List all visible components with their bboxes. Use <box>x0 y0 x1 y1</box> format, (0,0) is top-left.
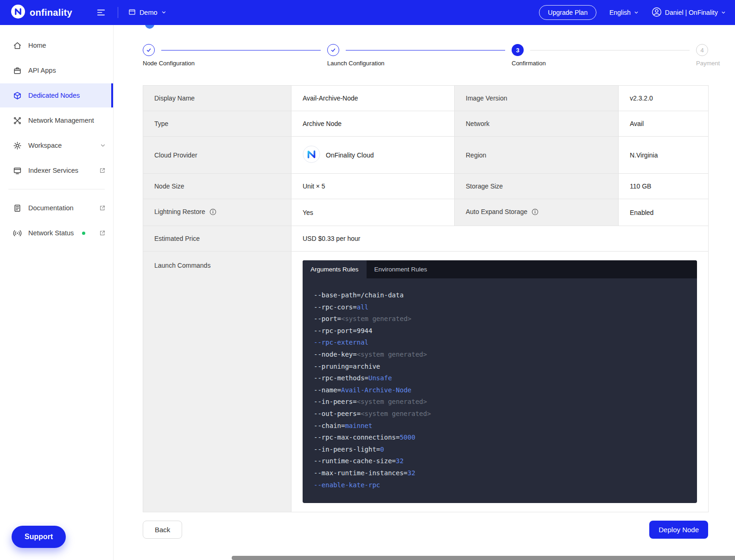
sidebar-item-label: Documentation <box>28 204 74 212</box>
step-label: Payment <box>696 60 720 67</box>
sidebar-collapse-icon[interactable] <box>96 8 106 17</box>
summary-label: Storage Size <box>466 182 503 190</box>
external-link-icon <box>99 230 106 236</box>
horizontal-scrollbar-thumb[interactable] <box>232 556 735 560</box>
summary-value-cell: OnFinality Cloud <box>291 137 455 174</box>
step-label: Launch Configuration <box>327 60 385 67</box>
sidebar-item-documentation[interactable]: Documentation <box>0 196 113 220</box>
upgrade-plan-button[interactable]: Upgrade Plan <box>539 5 596 20</box>
code-line: --base-path=/chain-data <box>314 289 686 302</box>
sidebar-item-label: API Apps <box>28 67 56 74</box>
summary-value: N.Virginia <box>630 151 658 159</box>
onfinality-logo[interactable]: onfinality <box>11 5 72 20</box>
summary-label-cell: Launch Commands <box>143 252 291 512</box>
sidebar-item-label: Home <box>28 42 46 49</box>
launch-commands-row: Launch Commands Arguments Rules Environm… <box>143 252 709 512</box>
step-node-configuration[interactable]: Node Configuration <box>143 44 155 56</box>
step-connector <box>346 50 505 50</box>
external-link-icon <box>99 205 106 211</box>
onfinality-cloud-logo <box>303 145 320 164</box>
step-label: Confirmation <box>512 60 546 67</box>
wizard-footer: Back Deploy Node <box>143 521 708 539</box>
summary-row: Lightning RestoreYesAuto Expand StorageE… <box>143 199 709 226</box>
sidebar-item-network-management[interactable]: Network Management <box>0 108 113 132</box>
summary-row: Cloud ProviderOnFinality CloudRegionN.Vi… <box>143 137 709 174</box>
language-label: English <box>609 9 631 16</box>
step-check-icon <box>327 44 339 56</box>
sidebar: HomeAPI AppsDedicated NodesNetwork Manag… <box>0 25 114 560</box>
sidebar-item-home[interactable]: Home <box>0 33 113 57</box>
summary-label: Launch Commands <box>154 262 210 269</box>
network-status-icon <box>13 229 22 238</box>
sidebar-item-indexer-services[interactable]: Indexer Services <box>0 158 113 182</box>
summary-value-cell: 110 GB <box>619 174 709 199</box>
sidebar-item-label: Network Management <box>28 117 94 124</box>
network-management-icon <box>13 116 22 125</box>
workspace-selector[interactable]: Demo <box>128 8 166 17</box>
step-confirmation[interactable]: 3Confirmation <box>512 44 524 56</box>
home-icon <box>13 41 22 50</box>
status-dot <box>82 232 85 235</box>
back-button[interactable]: Back <box>143 521 182 539</box>
summary-label-cell: Lightning Restore <box>143 199 291 226</box>
confirmation-summary-table: Display NameAvail-Archive-NodeImage Vers… <box>143 85 709 512</box>
summary-value: OnFinality Cloud <box>326 151 374 159</box>
summary-row: TypeArchive NodeNetworkAvail <box>143 111 709 137</box>
code-tab-bar: Arguments Rules Environment Rules <box>303 260 697 278</box>
summary-label-cell: Node Size <box>143 174 291 199</box>
summary-label-cell: Type <box>143 111 291 137</box>
summary-value: Enabled <box>630 209 653 216</box>
sidebar-item-api-apps[interactable]: API Apps <box>0 58 113 82</box>
summary-label: Network <box>466 120 489 127</box>
sidebar-item-label: Indexer Services <box>28 167 78 174</box>
code-line: --chain=mainnet <box>314 420 686 432</box>
summary-value: Avail-Archive-Node <box>303 94 358 102</box>
tab-environment-rules[interactable]: Environment Rules <box>367 260 435 278</box>
step-label: Node Configuration <box>143 60 195 67</box>
summary-label: Auto Expand Storage <box>466 208 527 215</box>
sidebar-item-dedicated-nodes[interactable]: Dedicated Nodes <box>0 83 113 107</box>
documentation-icon <box>13 204 22 213</box>
tab-arguments-rules[interactable]: Arguments Rules <box>303 260 367 278</box>
deploy-node-button[interactable]: Deploy Node <box>649 521 708 539</box>
summary-label-cell: Storage Size <box>455 174 619 199</box>
code-line: --max-runtime-instances=32 <box>314 467 686 479</box>
summary-value-cell: USD $0.33 per hour <box>291 226 709 252</box>
summary-value: Avail <box>630 120 644 127</box>
code-line: --enable-kate-rpc <box>314 479 686 491</box>
chevron-down-icon <box>634 9 639 16</box>
summary-row: Node SizeUnit × 5Storage Size110 GB <box>143 174 709 199</box>
summary-label-cell: Auto Expand Storage <box>455 199 619 226</box>
summary-label: Region <box>466 151 486 159</box>
step-launch-configuration[interactable]: Launch Configuration <box>327 44 339 56</box>
avatar-icon <box>652 7 662 19</box>
info-icon[interactable] <box>532 208 539 217</box>
summary-value-cell: Archive Node <box>291 111 455 137</box>
summary-row: Estimated PriceUSD $0.33 per hour <box>143 226 709 252</box>
summary-value-cell: N.Virginia <box>619 137 709 174</box>
code-line: --name=Avail-Archive-Node <box>314 384 686 396</box>
summary-label: Node Size <box>154 182 184 190</box>
step-number: 4 <box>696 44 708 56</box>
api-apps-icon <box>13 66 22 75</box>
summary-label: Lightning Restore <box>154 208 205 215</box>
info-icon[interactable] <box>209 208 216 217</box>
wizard-stepper: Node ConfigurationLaunch Configuration3C… <box>143 44 708 56</box>
step-connector <box>161 50 321 50</box>
sidebar-item-workspace[interactable]: Workspace <box>0 133 113 157</box>
support-button[interactable]: Support <box>12 526 66 548</box>
step-check-icon <box>143 44 155 56</box>
onfinality-logo-icon <box>11 5 25 20</box>
summary-value: Archive Node <box>303 120 342 127</box>
user-menu[interactable]: Daniel | OnFinality <box>652 7 726 19</box>
step-payment[interactable]: 4Payment <box>696 44 708 56</box>
step-number: 3 <box>512 44 524 56</box>
code-line: --runtime-cache-size=32 <box>314 455 686 467</box>
code-line: --out-peers=<system generated> <box>314 408 686 420</box>
sidebar-item-label: Network Status <box>28 229 74 237</box>
summary-value: 110 GB <box>630 182 651 190</box>
summary-label-cell: Display Name <box>143 86 291 111</box>
summary-value-cell: Avail-Archive-Node <box>291 86 455 111</box>
sidebar-item-network-status[interactable]: Network Status <box>0 221 113 245</box>
language-selector[interactable]: English <box>609 9 639 16</box>
